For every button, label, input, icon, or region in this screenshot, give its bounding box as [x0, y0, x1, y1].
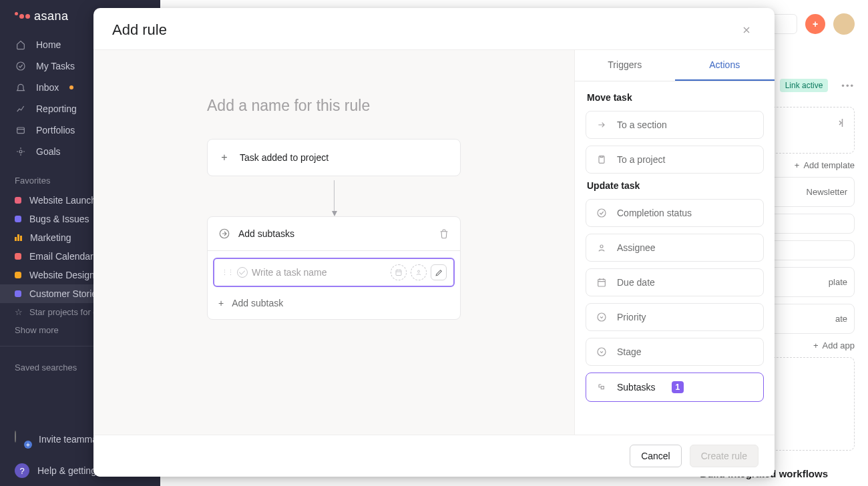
action-option-completion-status[interactable]: Completion status	[586, 199, 764, 227]
delete-action-button[interactable]	[439, 228, 449, 239]
svg-point-12	[598, 313, 606, 321]
help-icon: ?	[15, 463, 29, 478]
svg-point-10	[600, 245, 603, 248]
flow-connector	[334, 180, 335, 212]
tab-actions[interactable]: Actions	[675, 50, 775, 81]
project-color-icon	[15, 272, 21, 278]
collapse-panel-icon[interactable]	[835, 117, 847, 129]
action-card: Add subtasks 2 ⋮⋮	[207, 216, 461, 320]
trigger-card[interactable]: + Task added to project	[207, 139, 461, 176]
project-color-icon	[15, 234, 22, 241]
action-title: Add subtasks	[238, 228, 294, 239]
subtask-input-row[interactable]: 2 ⋮⋮	[213, 258, 455, 287]
panel-group-title: Move task	[587, 92, 764, 103]
target-icon	[15, 146, 27, 157]
action-option-to-a-section[interactable]: To a section	[586, 111, 764, 139]
svg-point-7	[418, 270, 420, 272]
cancel-button[interactable]: Cancel	[630, 445, 682, 467]
more-icon[interactable]: •••	[841, 81, 855, 91]
modal-title: Add rule	[112, 21, 167, 39]
svg-point-0	[17, 62, 25, 70]
plus-icon: +	[813, 340, 819, 350]
drag-handle-icon[interactable]: ⋮⋮	[221, 268, 233, 277]
user-avatar[interactable]	[833, 13, 855, 35]
global-add-button[interactable]: +	[805, 14, 825, 34]
plus-icon: +	[218, 152, 230, 164]
svg-rect-11	[598, 279, 606, 286]
subtask-check-icon[interactable]	[237, 267, 248, 278]
add-rule-modal: Add rule Add a name for this rule + Task…	[93, 8, 775, 477]
check-icon	[596, 208, 608, 218]
svg-rect-6	[396, 270, 401, 276]
svg-rect-1	[17, 128, 25, 134]
project-color-icon	[15, 253, 21, 260]
plus-icon: +	[795, 160, 800, 170]
logo[interactable]: asana	[15, 9, 69, 23]
badge-dot	[69, 85, 73, 89]
action-option-due-date[interactable]: Due date	[586, 268, 764, 296]
action-option-stage[interactable]: Stage	[586, 338, 764, 366]
link-active-badge: Link active	[780, 79, 829, 92]
check-icon	[15, 61, 27, 71]
logo-text: asana	[34, 9, 69, 23]
step-marker: 1	[672, 381, 684, 393]
arrow-icon	[596, 119, 608, 130]
clipboard-icon	[596, 154, 608, 165]
bell-icon	[15, 82, 27, 93]
user-icon	[596, 242, 608, 253]
due-date-icon[interactable]	[391, 264, 407, 280]
action-icon	[218, 228, 230, 240]
actions-panel: Triggers Actions Move taskTo a sectionTo…	[574, 50, 775, 435]
action-option-to-a-project[interactable]: To a project	[586, 146, 764, 174]
subtask-name-input[interactable]	[252, 266, 387, 279]
project-color-icon	[15, 197, 21, 204]
project-color-icon	[15, 290, 21, 297]
home-icon	[15, 39, 27, 50]
dropdown-icon	[596, 312, 608, 322]
panel-group-title: Update task	[587, 180, 764, 191]
action-option-priority[interactable]: Priority	[586, 303, 764, 331]
folder-icon	[15, 125, 27, 136]
plus-icon: +	[218, 298, 224, 308]
calendar-icon	[596, 277, 608, 288]
dropdown-icon	[596, 346, 608, 357]
rule-name-input[interactable]: Add a name for this rule	[207, 97, 461, 115]
svg-point-9	[598, 209, 606, 217]
rule-canvas: Add a name for this rule + Task added to…	[93, 50, 574, 435]
action-option-subtasks[interactable]: Subtasks1	[586, 373, 764, 402]
close-icon[interactable]	[741, 25, 756, 35]
assignee-icon[interactable]	[411, 264, 427, 280]
svg-point-2	[19, 150, 22, 153]
trigger-label: Task added to project	[240, 152, 329, 163]
svg-point-13	[598, 348, 606, 356]
tab-triggers[interactable]: Triggers	[575, 50, 675, 81]
edit-subtask-icon[interactable]	[431, 264, 447, 280]
invite-avatar-icon: +	[15, 431, 31, 447]
action-option-assignee[interactable]: Assignee	[586, 234, 764, 262]
add-subtask-button[interactable]: + Add subtask	[208, 290, 460, 319]
subtask-icon	[596, 382, 608, 393]
chart-icon	[15, 103, 27, 114]
star-icon: ☆	[15, 307, 23, 317]
project-color-icon	[15, 216, 21, 222]
create-rule-button[interactable]: Create rule	[690, 445, 758, 467]
